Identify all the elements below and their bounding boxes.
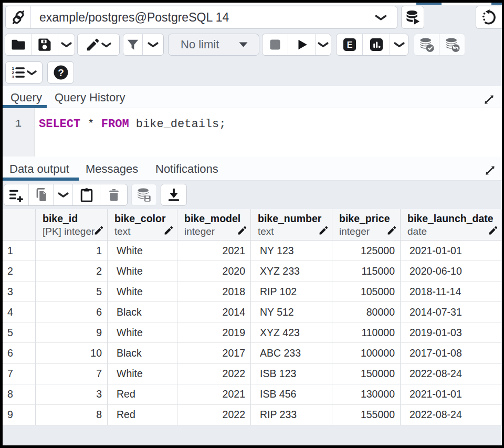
svg-text:E: E [346,40,352,49]
svg-text:?: ? [58,67,64,78]
svg-text:3: 3 [12,75,15,79]
